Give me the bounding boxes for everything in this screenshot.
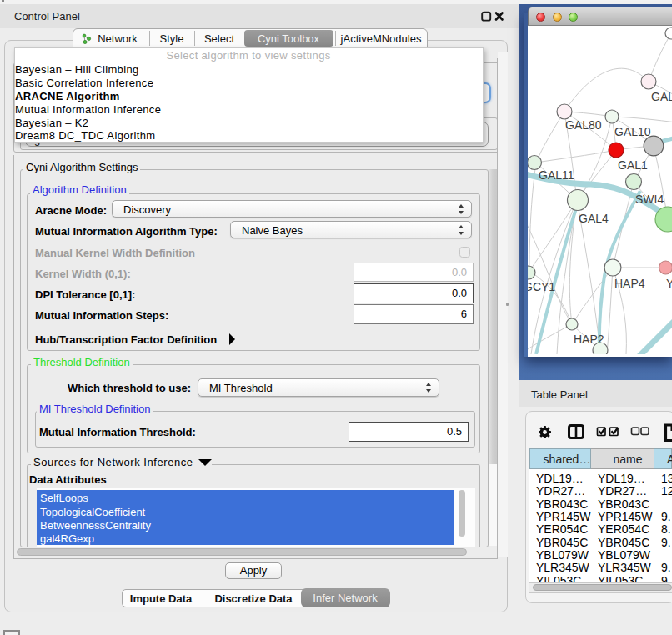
svg-text:GAL10: GAL10 bbox=[614, 125, 651, 138]
svg-text:GAL80: GAL80 bbox=[565, 118, 602, 132]
svg-text:GAL2: GAL2 bbox=[651, 90, 672, 103]
svg-text:HAP4: HAP4 bbox=[614, 277, 645, 290]
svg-text:GAL1: GAL1 bbox=[618, 158, 648, 172]
svg-text:HAP2: HAP2 bbox=[574, 332, 604, 346]
svg-text:YJ: YJ bbox=[666, 277, 672, 290]
svg-text:SWI4: SWI4 bbox=[635, 192, 664, 206]
svg-text:GAL11: GAL11 bbox=[539, 168, 574, 182]
svg-text:GCY1: GCY1 bbox=[528, 280, 555, 293]
svg-text:GAL4: GAL4 bbox=[579, 212, 609, 225]
